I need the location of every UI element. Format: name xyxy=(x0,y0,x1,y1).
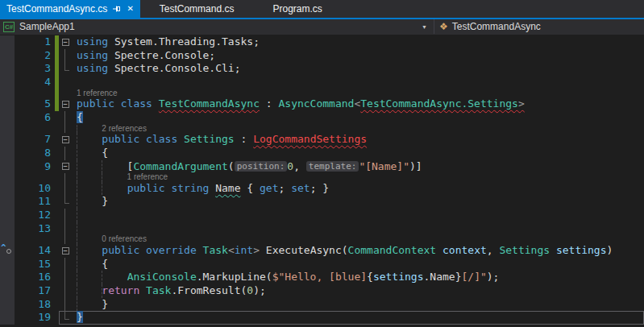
indent-guide xyxy=(77,284,77,298)
token-str: [/]" xyxy=(461,271,486,283)
code-text: public string Name { get; set; } xyxy=(72,182,644,196)
glyph-margin[interactable] xyxy=(0,133,15,147)
token-d xyxy=(139,133,146,145)
line-content xyxy=(59,209,644,222)
glyph-margin[interactable] xyxy=(0,111,15,125)
tab-program-cs[interactable]: Program.cs xyxy=(253,0,341,18)
csharp-project-icon: C# xyxy=(3,22,15,32)
line-number: 15 xyxy=(15,258,55,271)
glyph-margin[interactable] xyxy=(0,222,15,236)
codelens-text: 1 reference xyxy=(72,89,644,98)
code-text xyxy=(72,209,644,222)
code-line[interactable]: 10 public string Name { get; set; } xyxy=(0,182,644,196)
pin-icon[interactable] xyxy=(113,5,121,13)
token-d xyxy=(114,97,121,110)
code-line[interactable]: 17 return Task.FromResult(0); xyxy=(0,284,644,298)
fold-collapse-icon[interactable]: − xyxy=(59,160,72,174)
glyph-margin[interactable]: ^ xyxy=(0,244,15,258)
code-line[interactable]: 11 } xyxy=(0,195,644,209)
fold-collapse-icon[interactable]: − xyxy=(59,97,72,111)
glyph-margin[interactable] xyxy=(0,311,15,325)
code-line[interactable]: 15 { xyxy=(0,258,644,271)
outline-guide xyxy=(59,258,72,271)
glyph-margin[interactable] xyxy=(0,89,15,98)
glyph-margin[interactable] xyxy=(0,35,15,49)
code-line[interactable]: 9− [CommandArgument(position:0, template… xyxy=(0,160,644,174)
code-line[interactable]: 18 } xyxy=(0,298,644,312)
line-number: 19 xyxy=(15,311,55,325)
glyph-margin[interactable] xyxy=(0,258,15,271)
token-ty: Task xyxy=(146,284,171,296)
glyph-margin[interactable] xyxy=(0,209,15,222)
outline-guide xyxy=(59,195,72,209)
outline-guide xyxy=(59,235,72,244)
code-line[interactable]: 13 xyxy=(0,222,644,236)
codelens-references[interactable]: 1 reference xyxy=(127,172,168,181)
indent-guide xyxy=(102,271,102,284)
code-line[interactable]: 1−using System.Threading.Tasks; xyxy=(0,35,644,49)
code-line[interactable]: 16 AnsiConsole.MarkupLine($"Hello, [blue… xyxy=(0,271,644,284)
code-text: public class TestCommandAsync : AsyncCom… xyxy=(72,97,644,111)
indent-guide xyxy=(77,160,77,174)
code-line[interactable]: 19} xyxy=(0,311,644,325)
glyph-margin[interactable] xyxy=(0,62,15,76)
code-text: return Task.FromResult(0); xyxy=(72,284,644,298)
indent-guide xyxy=(77,173,77,182)
project-dropdown-label: SampleApp1 xyxy=(19,21,75,32)
line-content: using Spectre.Console; xyxy=(59,49,644,63)
close-icon[interactable]: ✕ xyxy=(127,5,133,13)
code-line[interactable]: 8 { xyxy=(0,147,644,160)
code-text xyxy=(72,222,644,236)
codelens-references[interactable]: 0 references xyxy=(102,234,147,243)
outline-guide xyxy=(59,222,72,236)
token-par: settings xyxy=(556,244,607,256)
glyph-margin[interactable] xyxy=(0,195,15,209)
glyph-margin[interactable] xyxy=(0,125,15,134)
code-line[interactable]: 5−public class TestCommandAsync : AsyncC… xyxy=(0,97,644,111)
line-content: return Task.FromResult(0); xyxy=(59,284,644,298)
code-line[interactable]: 12 xyxy=(0,209,644,222)
token-d xyxy=(77,244,102,256)
code-line[interactable]: 6{ xyxy=(0,111,644,125)
code-text: { xyxy=(72,147,644,160)
tab-testcommandasync-cs[interactable]: TestCommandAsync.cs✕ xyxy=(0,0,140,18)
project-dropdown[interactable]: C# SampleApp1 ▼ xyxy=(0,19,434,34)
glyph-margin[interactable] xyxy=(0,147,15,160)
token-num: 0 xyxy=(247,284,253,296)
line-content xyxy=(59,76,644,89)
glyph-margin[interactable] xyxy=(0,284,15,298)
code-line[interactable]: 4 xyxy=(0,76,644,89)
code-text xyxy=(72,76,644,89)
code-editor[interactable]: 1−using System.Threading.Tasks;2using Sp… xyxy=(0,35,644,327)
glyph-margin[interactable] xyxy=(0,271,15,284)
line-content: − public override Task<int> ExecuteAsync… xyxy=(59,244,644,258)
fold-collapse-icon[interactable]: − xyxy=(59,35,72,49)
chevron-down-icon[interactable]: ▼ xyxy=(422,24,427,30)
glyph-margin[interactable] xyxy=(0,298,15,312)
glyph-margin[interactable] xyxy=(0,97,15,111)
glyph-margin[interactable] xyxy=(0,49,15,63)
indent-guide xyxy=(77,209,77,222)
code-line[interactable]: 3using Spectre.Console.Cli; xyxy=(0,62,644,76)
token-d xyxy=(139,244,146,256)
outline-guide xyxy=(59,284,72,298)
type-dropdown[interactable]: ❖ TestCommandAsync xyxy=(434,19,644,34)
glyph-margin[interactable] xyxy=(0,160,15,174)
token-ty: AsyncCommand xyxy=(278,97,354,110)
codelens-row: 0 references xyxy=(0,235,644,244)
token-kw: public xyxy=(102,244,139,256)
line-number: 16 xyxy=(15,271,55,284)
codelens-references[interactable]: 2 references xyxy=(102,124,147,133)
glyph-margin[interactable] xyxy=(0,173,15,182)
glyph-margin[interactable] xyxy=(0,182,15,196)
code-line[interactable]: 2using Spectre.Console; xyxy=(0,49,644,63)
fold-collapse-icon[interactable]: − xyxy=(59,244,72,258)
glyph-margin[interactable] xyxy=(0,76,15,89)
code-line[interactable]: 7− public class Settings : LogCommandSet… xyxy=(0,133,644,147)
codelens-references[interactable]: 1 reference xyxy=(77,89,118,97)
outline-guide xyxy=(59,62,72,76)
token-kw: using xyxy=(77,35,108,48)
fold-collapse-icon[interactable]: − xyxy=(59,133,72,147)
code-line[interactable]: ^14− public override Task<int> ExecuteAs… xyxy=(0,244,644,258)
tab-testcommand-cs[interactable]: TestCommand.cs xyxy=(140,0,254,18)
